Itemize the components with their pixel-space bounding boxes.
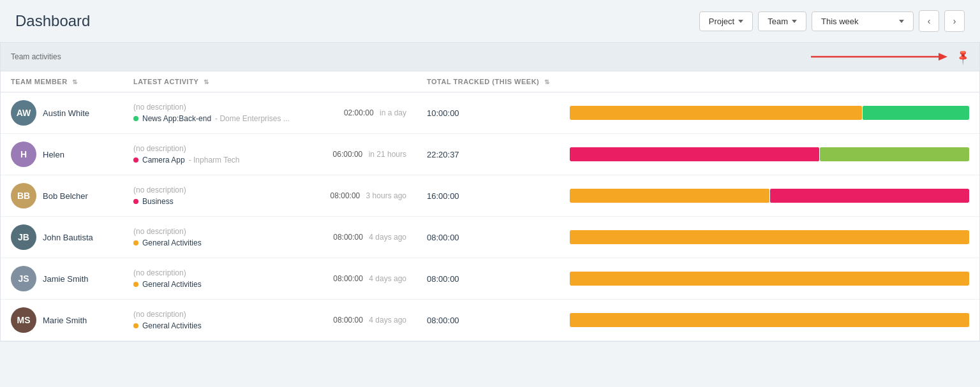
project-dot-icon bbox=[133, 240, 138, 245]
member-cell: MS Marie Smith bbox=[1, 300, 123, 341]
col-header-member: TEAM MEMBER ⇅ bbox=[1, 71, 123, 92]
bar-cell bbox=[560, 134, 979, 175]
time-cell: 08:00:00 4 days ago bbox=[315, 300, 417, 341]
member-cell: JB John Bautista bbox=[1, 217, 123, 258]
table-row: MS Marie Smith (no description) General … bbox=[1, 300, 979, 341]
activity-project: News App:Back-end - Dome Enterprises ... bbox=[133, 114, 304, 123]
tracked-time: 10:00:00 bbox=[427, 108, 459, 118]
activity-description: (no description) bbox=[133, 310, 304, 319]
project-client: - Dome Enterprises ... bbox=[215, 114, 290, 123]
activity-cell: (no description) General Activities bbox=[123, 217, 315, 258]
activity-project: General Activities bbox=[133, 238, 304, 247]
project-name: News App:Back-end bbox=[142, 114, 211, 123]
time-ago: 3 hours ago bbox=[366, 191, 406, 200]
avatar: H bbox=[11, 142, 36, 167]
member-name: Marie Smith bbox=[43, 316, 87, 325]
prev-arrow-button[interactable]: ‹ bbox=[919, 10, 939, 32]
member-cell: BB Bob Belcher bbox=[1, 175, 123, 217]
chevron-down-icon bbox=[899, 20, 904, 23]
team-dropdown[interactable]: Team bbox=[758, 11, 806, 31]
member-cell: H Helen bbox=[1, 134, 123, 175]
project-dot-icon bbox=[133, 282, 138, 287]
bar-segment bbox=[570, 106, 862, 120]
activity-cell: (no description) Business bbox=[123, 175, 315, 217]
panel-title: Team activities bbox=[11, 52, 61, 61]
avatar: JS bbox=[11, 266, 36, 291]
bar-segment bbox=[570, 189, 769, 203]
member-name: Helen bbox=[43, 150, 64, 159]
week-label: This week bbox=[821, 17, 859, 26]
tracked-time: 16:00:00 bbox=[427, 191, 459, 201]
col-header-activity: LATEST ACTIVITY ⇅ bbox=[123, 71, 315, 92]
bar-container bbox=[570, 147, 969, 161]
table-row: H Helen (no description) Camera App - In… bbox=[1, 134, 979, 175]
time-ago: in 21 hours bbox=[369, 150, 406, 159]
avatar: MS bbox=[11, 307, 36, 333]
bar-segment bbox=[570, 230, 969, 244]
tracked-cell: 08:00:00 bbox=[417, 258, 560, 300]
avatar: BB bbox=[11, 183, 36, 208]
table-row: JS Jamie Smith (no description) General … bbox=[1, 258, 979, 300]
tracked-cell: 08:00:00 bbox=[417, 217, 560, 258]
time-value: 08:00:00 bbox=[330, 191, 360, 200]
table-row: BB Bob Belcher (no description) Business… bbox=[1, 175, 979, 217]
project-dot-icon bbox=[133, 323, 138, 328]
project-name: General Activities bbox=[142, 321, 202, 330]
bar-cell bbox=[560, 92, 979, 134]
page-title: Dashboard bbox=[15, 12, 90, 30]
col-header-time-label bbox=[315, 71, 417, 92]
project-name: General Activities bbox=[142, 280, 202, 289]
next-arrow-button[interactable]: › bbox=[944, 10, 965, 32]
project-client: - Inpharm Tech bbox=[189, 156, 240, 164]
time-value: 08:00:00 bbox=[333, 316, 363, 325]
table-body: AW Austin White (no description) News Ap… bbox=[1, 92, 979, 341]
bar-container bbox=[570, 106, 969, 120]
team-label: Team bbox=[768, 17, 788, 26]
activity-cell: (no description) General Activities bbox=[123, 300, 315, 341]
activity-description: (no description) bbox=[133, 227, 304, 236]
member-name: Bob Belcher bbox=[43, 191, 88, 201]
chevron-down-icon bbox=[792, 20, 797, 23]
col-header-bar bbox=[560, 71, 979, 92]
tracked-cell: 22:20:37 bbox=[417, 134, 560, 175]
bar-container bbox=[570, 230, 969, 244]
tracked-time: 08:00:00 bbox=[427, 233, 459, 242]
project-label: Project bbox=[709, 17, 734, 26]
time-cell: 08:00:00 4 days ago bbox=[315, 258, 417, 300]
bar-segment bbox=[570, 147, 819, 161]
sort-icon: ⇅ bbox=[72, 78, 78, 85]
bar-segment bbox=[570, 313, 969, 327]
bar-container bbox=[570, 313, 969, 327]
member-name: John Bautista bbox=[43, 233, 93, 242]
bar-container bbox=[570, 189, 969, 203]
activity-description: (no description) bbox=[133, 103, 304, 112]
bar-cell bbox=[560, 258, 979, 300]
time-value: 08:00:00 bbox=[333, 233, 363, 242]
avatar: JB bbox=[11, 224, 36, 250]
project-dropdown[interactable]: Project bbox=[699, 11, 753, 31]
header-controls: Project Team This week ‹ › bbox=[699, 10, 965, 32]
time-cell: 06:00:00 in 21 hours bbox=[315, 134, 417, 175]
activity-cell: (no description) Camera App - Inpharm Te… bbox=[123, 134, 315, 175]
week-dropdown[interactable]: This week bbox=[812, 11, 914, 31]
tracked-time: 08:00:00 bbox=[427, 316, 459, 325]
project-dot-icon bbox=[133, 199, 138, 204]
page-header: Dashboard Project Team This week ‹ › bbox=[0, 0, 980, 42]
svg-marker-1 bbox=[939, 53, 947, 61]
activity-cell: (no description) News App:Back-end - Dom… bbox=[123, 92, 315, 134]
time-cell: 02:00:00 in a day bbox=[315, 92, 417, 134]
member-cell: AW Austin White bbox=[1, 92, 123, 134]
sort-icon: ⇅ bbox=[544, 78, 550, 85]
time-cell: 08:00:00 4 days ago bbox=[315, 217, 417, 258]
tracked-cell: 10:00:00 bbox=[417, 92, 560, 134]
time-ago: in a day bbox=[380, 108, 406, 117]
project-name: General Activities bbox=[142, 238, 202, 247]
tracked-time: 22:20:37 bbox=[427, 150, 459, 159]
project-dot-icon bbox=[133, 116, 138, 121]
panel-header-right: 📌 bbox=[811, 49, 969, 64]
activities-table: TEAM MEMBER ⇅ LATEST ACTIVITY ⇅ TOTAL TR… bbox=[1, 71, 979, 341]
bar-cell bbox=[560, 217, 979, 258]
time-value: 08:00:00 bbox=[333, 274, 363, 283]
time-ago: 4 days ago bbox=[369, 316, 406, 325]
chevron-down-icon bbox=[738, 20, 743, 23]
